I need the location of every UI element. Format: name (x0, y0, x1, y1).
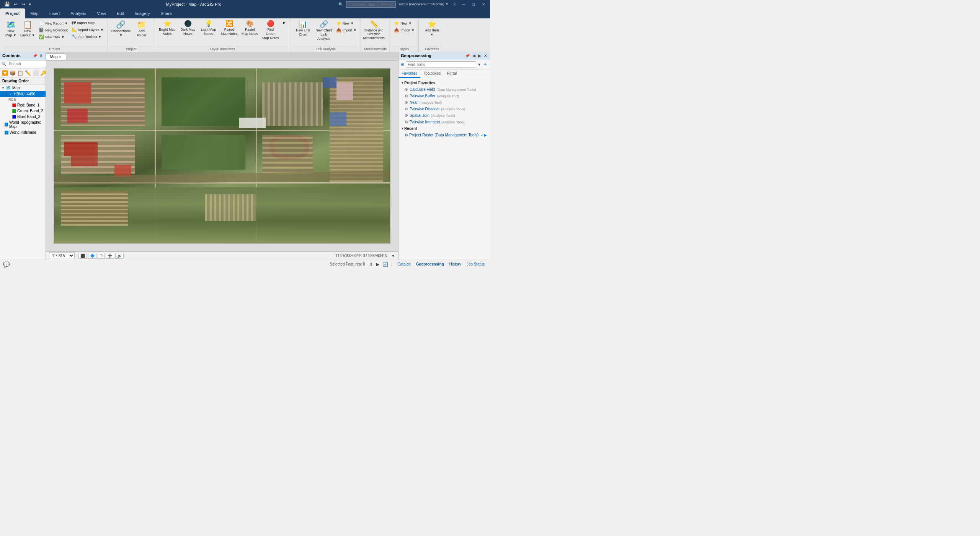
recent-section[interactable]: ▾ Recent (399, 125, 490, 132)
import-link-analysis-button[interactable]: 📥 Import ▼ (335, 27, 358, 33)
coordinates-dropdown[interactable]: ▼ (391, 254, 395, 258)
geo-tool-pairwise-intersect[interactable]: ⚙ Pairwise Intersect (Analysis Tools) (399, 119, 490, 125)
play-button[interactable]: ▶ (376, 262, 379, 267)
job-status-tab[interactable]: Job Status (464, 261, 487, 267)
pause-button[interactable]: ⏸ (368, 262, 373, 267)
bright-map-notes-button[interactable]: ⭐ Bright Map Notes (157, 20, 177, 37)
tab-analysis[interactable]: Analysis (65, 8, 91, 18)
maximize-button[interactable]: □ (470, 1, 477, 7)
new-chart-link-analysis-button[interactable]: 🔗 New Chart Link Analysis (314, 20, 334, 41)
geo-tool-project-raster[interactable]: ⚙ Project Raster (Data Management Tools)… (399, 132, 490, 138)
tab-project[interactable]: Project (0, 8, 25, 18)
help-button[interactable]: ? (452, 2, 457, 7)
import-style-button[interactable]: 📥 Import ▼ (392, 27, 416, 33)
remove-layer-icon[interactable]: ✏️ (24, 70, 31, 76)
geo-close-button[interactable]: ✕ (483, 54, 488, 58)
add-item-button[interactable]: ⭐ Add Item ▼ (422, 20, 442, 38)
refresh-button[interactable]: 🔄 (382, 262, 388, 267)
tab-view[interactable]: View (91, 8, 111, 18)
qat-save[interactable]: 💾 (3, 2, 11, 7)
geo-search-dropdown[interactable]: ▼ (477, 62, 481, 67)
geo-back-button[interactable]: ◀ (472, 54, 476, 58)
geo-tab-favorites[interactable]: Favorites (399, 70, 420, 78)
command-search-input[interactable] (346, 1, 396, 8)
hbnu-checkbox[interactable]: ✓ (9, 92, 13, 96)
map-tab-close[interactable]: ✕ (59, 55, 62, 59)
new-map-button[interactable]: 🗺️ NewMap ▼ (4, 20, 18, 38)
new-layout-button[interactable]: 📋 NewLayout ▼ (19, 20, 36, 38)
qat-menu[interactable]: ▼ (28, 2, 32, 7)
new-report-button[interactable]: 📄 New Report ▼ (37, 20, 69, 26)
distance-direction-button[interactable]: 📏 Distance and Direction Measurements (364, 20, 384, 41)
tab-share[interactable]: Share (155, 8, 177, 18)
navigate-button[interactable]: 🔊 (115, 253, 124, 259)
new-style-button[interactable]: ⭐ New ▼ (392, 20, 416, 26)
add-toolbox-button[interactable]: 🔧 Add Toolbox ▼ (70, 33, 105, 40)
new-notebook-button[interactable]: 📓 New Notebook (37, 27, 69, 33)
geoprocessing-tab[interactable]: Geoprocessing (414, 261, 446, 267)
project-favorites-section[interactable]: ▾ Project Favorites (399, 80, 490, 86)
map-tab-main[interactable]: Map ✕ (46, 53, 66, 60)
add-preset-icon[interactable]: 🔽 (2, 70, 8, 76)
import-layout-button[interactable]: 📐 Import Layout ▼ (70, 26, 105, 33)
extent-forward-button[interactable]: 🔷 (88, 253, 96, 259)
red-green-map-notes-button[interactable]: 🔴 Red Green Map Notes (261, 20, 281, 41)
add-item-label: Add Item ▼ (423, 28, 440, 37)
move-up-icon[interactable]: ⬜ (32, 70, 39, 76)
extent-back-button[interactable]: ⬛ (78, 253, 87, 259)
new-link-chart-button[interactable]: 📊 New Link Chart (293, 20, 313, 38)
world-topo-checkbox[interactable]: ✓ (5, 123, 8, 126)
geo-pin-button[interactable]: 📌 (464, 54, 470, 58)
history-tab[interactable]: History (447, 261, 464, 267)
add-folder-button[interactable]: 📁 Add Folder (132, 20, 152, 38)
geo-add-button[interactable]: ＋ (482, 61, 488, 68)
catalog-tab[interactable]: Catalog (395, 261, 413, 267)
light-map-notes-button[interactable]: 💡 Light Map Notes (199, 20, 219, 37)
zoom-in-button[interactable]: ➕ (106, 253, 114, 259)
scale-selector[interactable]: 1:7,815 1:10,000 1:25,000 (49, 252, 75, 259)
user-info[interactable]: arcgis (GeoScene Enterprise) ▼ (399, 2, 449, 6)
layer-world-topo[interactable]: ✓ World Topographic Map (0, 120, 46, 129)
layer-green[interactable]: Green: Band_2 (0, 108, 46, 114)
pastel-map-notes-button[interactable]: 🎨 Pastel Map Notes (240, 20, 260, 37)
contents-close-button[interactable]: ✕ (39, 54, 43, 58)
import-map-button[interactable]: 🗺 Import Map (70, 20, 105, 26)
tab-imagery[interactable]: Imagery (129, 8, 155, 18)
geo-tool-spatial-join[interactable]: ⚙ Spatial Join (Analysis Tools) (399, 112, 490, 119)
satellite-map[interactable] (54, 68, 390, 244)
geo-tool-pairwise-buffer[interactable]: ⚙ Pairwise Buffer (Analysis Tool) (399, 93, 490, 99)
new-link-analysis-button[interactable]: ⭐ New ▼ (335, 20, 358, 26)
copy-layer-icon[interactable]: 📋 (17, 70, 24, 76)
minimize-button[interactable]: ─ (460, 1, 467, 7)
map-canvas[interactable] (46, 61, 398, 251)
geo-tab-portal[interactable]: Portal (444, 70, 460, 78)
geo-forward-button[interactable]: ▶ (477, 54, 482, 58)
tab-map[interactable]: Map (25, 8, 44, 18)
geo-back-nav[interactable]: ⊕ (401, 62, 405, 67)
geo-tool-calculate-field[interactable]: ⚙ Calculate Field (Data Management Tools… (399, 86, 490, 93)
qat-undo[interactable]: ↩ (13, 2, 19, 7)
close-button[interactable]: ✕ (480, 1, 487, 7)
geo-tool-pairwise-dissolve[interactable]: ⚙ Pairwise Dissolve (Analysis Tools) (399, 106, 490, 112)
tab-insert[interactable]: Insert (44, 8, 65, 18)
group-layer-icon[interactable]: 📦 (9, 70, 16, 76)
qat-redo[interactable]: ↪ (20, 2, 26, 7)
geo-tab-toolboxes[interactable]: Toolboxes (420, 70, 444, 78)
tab-edit[interactable]: Edit (111, 8, 129, 18)
layer-hbnu4490[interactable]: ▼ ✓ HBNU_4490 (0, 91, 46, 97)
contents-pin-button[interactable]: 📌 (32, 54, 38, 58)
new-task-button[interactable]: ✅ New Task ▼ (37, 34, 69, 40)
bright-map-notes-icon: ⭐ (163, 21, 171, 27)
geo-tool-near[interactable]: ⚙ Near (Analysis Tool) (399, 99, 490, 106)
geo-search-input[interactable] (406, 61, 476, 68)
connections-button[interactable]: 🔗 Connections ▼ (111, 20, 131, 38)
full-extent-button[interactable]: ⊡ (98, 253, 105, 259)
layer-map[interactable]: ▼ 🗺️ Map (0, 85, 46, 91)
layer-world-hillshade[interactable]: ✓ World Hillshade (0, 129, 46, 135)
dark-map-notes-button[interactable]: 🌑 Dark Map Notes (178, 20, 198, 37)
more-templates-button[interactable]: ▶ (281, 20, 287, 26)
layer-red[interactable]: Red: Band_1 (0, 102, 46, 108)
world-hillshade-checkbox[interactable]: ✓ (5, 131, 8, 134)
layer-blue[interactable]: Blue: Band_3 (0, 114, 46, 120)
paired-map-notes-button[interactable]: 🔀 Paired Map Notes (219, 20, 239, 37)
